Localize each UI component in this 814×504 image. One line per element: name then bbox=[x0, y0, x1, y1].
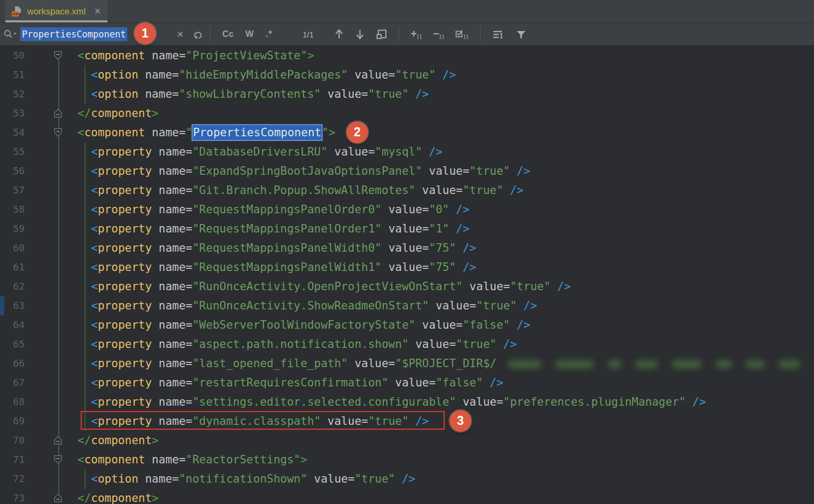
newline-icon[interactable] bbox=[192, 30, 204, 39]
gutter bbox=[25, 412, 77, 431]
words-button[interactable]: W bbox=[245, 29, 254, 39]
fold-guide-line bbox=[58, 354, 59, 373]
fold-guide-line bbox=[58, 84, 59, 104]
line-number: 51 bbox=[0, 65, 25, 84]
gutter bbox=[25, 200, 77, 219]
line-number: 57 bbox=[0, 181, 25, 200]
code-text: </component> bbox=[77, 489, 814, 504]
line-number: 58 bbox=[0, 200, 25, 219]
code-line: 58 <property name="RequestMappingsPanelO… bbox=[0, 200, 814, 219]
fold-guide-line bbox=[58, 219, 59, 238]
previous-occurrence-icon[interactable] bbox=[335, 29, 344, 40]
indent-guide bbox=[84, 219, 86, 238]
code-text: <component name="ReactorSettings"> bbox=[77, 450, 814, 469]
line-number: 63 bbox=[0, 296, 25, 315]
line-number: 66 bbox=[0, 354, 25, 373]
fold-toggle-icon[interactable] bbox=[53, 128, 63, 137]
fold-toggle-icon[interactable] bbox=[53, 108, 63, 118]
fold-guide-line bbox=[58, 238, 59, 258]
add-occurrence-icon[interactable]: +II bbox=[410, 29, 422, 40]
code-line: 51 <option name="hideEmptyMiddlePackages… bbox=[0, 65, 814, 84]
indent-guide bbox=[84, 142, 86, 161]
fold-guide-line bbox=[58, 65, 59, 84]
gutter bbox=[25, 104, 77, 123]
redacted-blob bbox=[508, 360, 541, 368]
line-number: 54 bbox=[0, 123, 25, 142]
fold-toggle-icon[interactable] bbox=[53, 436, 63, 445]
indent-guide bbox=[84, 315, 86, 335]
gutter bbox=[25, 431, 77, 450]
redacted-blob bbox=[608, 360, 622, 368]
active-tab-underline bbox=[5, 20, 107, 22]
fold-guide-line bbox=[58, 373, 59, 392]
line-number: 68 bbox=[0, 392, 25, 412]
code-text: <property name="last_opened_file_path" v… bbox=[77, 354, 814, 373]
select-all-occurrences-icon[interactable]: II bbox=[455, 29, 469, 40]
fold-toggle-icon[interactable] bbox=[53, 493, 63, 503]
remove-occurrence-icon[interactable]: −II bbox=[433, 29, 445, 40]
code-text: <property name="ExpandSpringBootJavaOpti… bbox=[77, 161, 814, 181]
clear-search-icon[interactable]: ✕ bbox=[176, 29, 183, 40]
gutter bbox=[25, 296, 77, 315]
regex-button[interactable]: .* bbox=[266, 29, 272, 40]
tab-close-icon[interactable]: ✕ bbox=[94, 6, 101, 16]
redacted-blob bbox=[555, 360, 594, 368]
annotation-badge-1: 1 bbox=[134, 22, 156, 44]
fold-guide-line bbox=[58, 469, 59, 489]
gutter bbox=[25, 354, 77, 373]
annotation-badge-3: 3 bbox=[449, 410, 471, 432]
fold-guide-line bbox=[58, 181, 59, 200]
line-number: 53 bbox=[0, 104, 25, 123]
code-text: <component name="ProjectViewState"> bbox=[77, 46, 814, 65]
code-line: 66 <property name="last_opened_file_path… bbox=[0, 354, 814, 373]
fold-guide-line bbox=[58, 258, 59, 277]
line-number: 59 bbox=[0, 219, 25, 238]
line-number: 62 bbox=[0, 277, 25, 296]
code-line: 60 <property name="RequestMappingsPanelW… bbox=[0, 238, 814, 258]
code-text: </component> bbox=[77, 104, 814, 123]
code-line: 59 <property name="RequestMappingsPanelO… bbox=[0, 219, 814, 238]
indent-guide bbox=[84, 84, 86, 104]
line-number: 55 bbox=[0, 142, 25, 161]
fold-toggle-icon[interactable] bbox=[53, 455, 63, 464]
code-line: 63 <property name="RunOnceActivity.ShowR… bbox=[0, 296, 814, 315]
match-case-button[interactable]: Cc bbox=[222, 29, 234, 39]
code-editor[interactable]: 50<component name="ProjectViewState">51 … bbox=[0, 46, 814, 504]
indent-guide bbox=[84, 238, 86, 258]
redacted-blob bbox=[746, 360, 765, 368]
line-number: 69 bbox=[0, 412, 25, 431]
code-text: <option name="hideEmptyMiddlePackages" v… bbox=[77, 65, 814, 84]
line-number: 67 bbox=[0, 373, 25, 392]
code-text: <property name="aspect.path.notification… bbox=[77, 335, 814, 354]
redacted-blob bbox=[672, 360, 702, 368]
indent-guide bbox=[84, 277, 86, 296]
gutter bbox=[25, 123, 77, 142]
indent-guide bbox=[84, 161, 86, 181]
code-line: 61 <property name="RequestMappingsPanelW… bbox=[0, 258, 814, 277]
code-line: 67 <property name="restartRequiresConfir… bbox=[0, 373, 814, 392]
search-options-icon[interactable] bbox=[492, 30, 504, 39]
fold-guide-line bbox=[58, 142, 59, 161]
next-occurrence-icon[interactable] bbox=[355, 29, 365, 40]
code-line: 57 <property name="Git.Branch.Popup.Show… bbox=[0, 181, 814, 200]
svg-text:<>: <> bbox=[12, 11, 18, 17]
search-input[interactable]: PropertiesComponent bbox=[20, 27, 127, 41]
tab-workspace-xml[interactable]: <> workspace.xml ✕ bbox=[5, 0, 107, 22]
code-text: <option name="showLibraryContents" value… bbox=[77, 84, 814, 104]
code-line: 54<component name="PropertiesComponent"> bbox=[0, 123, 814, 142]
filter-icon[interactable] bbox=[516, 30, 526, 39]
search-icon[interactable] bbox=[0, 29, 20, 39]
indent-guide bbox=[84, 65, 86, 84]
find-all-icon[interactable] bbox=[376, 29, 387, 40]
toolbar-separator bbox=[480, 27, 480, 42]
fold-guide-line bbox=[58, 392, 59, 412]
code-text: <property name="RequestMappingsPanelWidt… bbox=[77, 258, 814, 277]
fold-guide-line bbox=[58, 200, 59, 219]
code-text: </component> bbox=[77, 431, 814, 450]
code-line: 62 <property name="RunOnceActivity.OpenP… bbox=[0, 277, 814, 296]
search-match-highlight: PropertiesComponent bbox=[192, 125, 322, 140]
gutter bbox=[25, 450, 77, 469]
gutter bbox=[25, 373, 77, 392]
code-text: <property name="settings.editor.selected… bbox=[77, 392, 814, 412]
fold-toggle-icon[interactable] bbox=[53, 51, 63, 60]
